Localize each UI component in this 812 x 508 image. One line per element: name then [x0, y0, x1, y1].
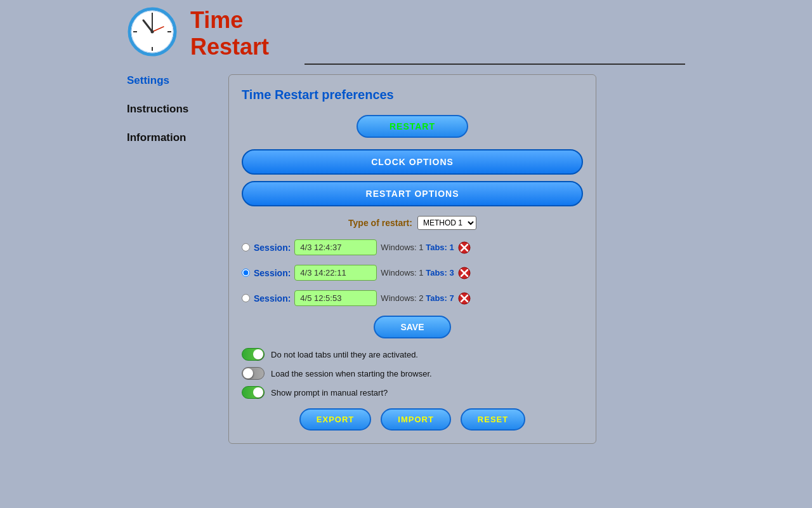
reset-button[interactable]: RESET	[461, 408, 525, 431]
restart-type-label: Type of restart:	[348, 218, 412, 228]
session-radio-3[interactable]	[242, 294, 250, 302]
content-panel: Time Restart preferences RESTART CLOCK O…	[228, 74, 596, 444]
app-title: Time Restart	[190, 7, 269, 60]
delete-session-2-icon[interactable]	[458, 267, 471, 279]
session-row-3: Session: Windows: 2 Tabs: 7	[242, 290, 583, 306]
panel-title: Time Restart preferences	[242, 88, 583, 102]
toggle-knob-2	[243, 368, 253, 378]
clock-options-button[interactable]: CLOCK OPTIONS	[242, 149, 583, 175]
app-title-line2: Restart	[190, 34, 269, 60]
import-button[interactable]: IMPORT	[381, 408, 451, 431]
session-label-2: Session:	[254, 268, 291, 278]
toggle-row-2: Load the session when starting the brows…	[242, 367, 583, 380]
app-title-line1: Time	[190, 7, 269, 34]
header-divider	[304, 64, 685, 65]
session-radio-2[interactable]	[242, 269, 250, 277]
app-logo	[127, 6, 181, 60]
main-layout: Settings Instructions Information Time R…	[0, 74, 812, 444]
session-input-3[interactable]	[294, 290, 377, 306]
save-button[interactable]: SAVE	[374, 316, 450, 338]
toggle-label-3: Show prompt in manual restart?	[271, 388, 388, 398]
toggle-label-2: Load the session when starting the brows…	[271, 369, 432, 378]
header: Time Restart	[0, 0, 812, 60]
save-btn-container: SAVE	[242, 316, 583, 338]
restart-btn-container: RESTART	[242, 115, 583, 138]
toggle-no-load-tabs[interactable]	[242, 348, 265, 361]
clock-icon	[127, 6, 178, 57]
session-meta-2: Windows: 1 Tabs: 3	[381, 268, 454, 277]
toggle-label-1: Do not load tabs until they are activate…	[271, 350, 418, 359]
toggle-load-session[interactable]	[242, 367, 265, 380]
toggle-show-prompt[interactable]	[242, 386, 265, 399]
export-button[interactable]: EXPORT	[299, 408, 371, 431]
sidebar-item-settings[interactable]: Settings	[127, 74, 228, 87]
session-meta-3: Windows: 2 Tabs: 7	[381, 293, 454, 303]
session-input-1[interactable]	[294, 239, 377, 255]
toggle-knob-3	[253, 387, 263, 398]
session-row-1: Session: Windows: 1 Tabs: 1	[242, 239, 583, 255]
toggle-row-1: Do not load tabs until they are activate…	[242, 348, 583, 361]
restart-type-select[interactable]: METHOD 1 METHOD 2 METHOD 3	[417, 216, 476, 230]
svg-point-9	[151, 30, 154, 34]
sidebar-item-instructions[interactable]: Instructions	[127, 103, 228, 116]
session-input-2[interactable]	[294, 265, 377, 281]
session-radio-1[interactable]	[242, 243, 250, 251]
bottom-buttons: EXPORT IMPORT RESET	[242, 408, 583, 431]
session-label-1: Session:	[254, 243, 291, 253]
session-row-2: Session: Windows: 1 Tabs: 3	[242, 265, 583, 281]
session-meta-1: Windows: 1 Tabs: 1	[381, 243, 454, 252]
sidebar: Settings Instructions Information	[127, 74, 228, 444]
sidebar-item-information[interactable]: Information	[127, 131, 228, 144]
delete-session-3-icon[interactable]	[458, 292, 471, 305]
restart-options-button[interactable]: RESTART OPTIONS	[242, 181, 583, 206]
toggle-knob-1	[253, 349, 263, 359]
delete-session-1-icon[interactable]	[458, 241, 471, 254]
session-label-3: Session:	[254, 293, 291, 304]
restart-button[interactable]: RESTART	[357, 115, 468, 138]
restart-type-row: Type of restart: METHOD 1 METHOD 2 METHO…	[242, 216, 583, 230]
toggle-row-3: Show prompt in manual restart?	[242, 386, 583, 399]
